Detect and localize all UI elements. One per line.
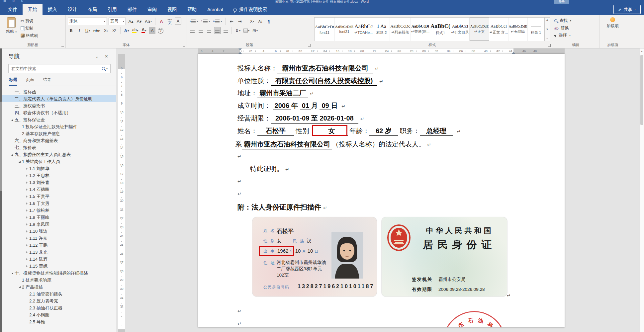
- expand-triangle-icon[interactable]: [24, 258, 29, 261]
- clipboard-dialog-launcher[interactable]: [61, 44, 64, 47]
- expand-triangle-icon[interactable]: [24, 265, 29, 268]
- nav-heading-item[interactable]: 1.11 许光: [2, 235, 116, 242]
- left-scrollbar[interactable]: [0, 48, 2, 332]
- tab-布局[interactable]: 布局: [82, 4, 102, 15]
- nav-heading-item[interactable]: 五、投标保证金: [2, 116, 116, 123]
- expand-triangle-icon[interactable]: [24, 167, 29, 170]
- first-line-indent-marker[interactable]: [238, 48, 242, 50]
- expand-triangle-icon[interactable]: [24, 251, 29, 254]
- cut-button[interactable]: ✂剪切: [21, 18, 38, 24]
- representative-line[interactable]: 系霸州市亚杰石油科技有限公司（投标人名称）的法定代表人。↵: [235, 140, 431, 149]
- paragraph-dialog-launcher[interactable]: [308, 44, 311, 47]
- style-引文目录[interactable]: AaBbCcI↵引文目录: [451, 18, 470, 41]
- nav-heading-item[interactable]: 1.4 石德民: [2, 186, 116, 193]
- shading-button[interactable]: ▾: [243, 27, 250, 34]
- certify-line[interactable]: 特此证明。↵: [250, 164, 289, 173]
- established-line[interactable]: 成立时间： 2006年 01月 09日 ↵: [237, 101, 345, 110]
- nav-tab-标题[interactable]: 标题: [9, 77, 17, 86]
- expand-triangle-icon[interactable]: [24, 244, 29, 247]
- id-card-back-image[interactable]: 中华人民共和国 居民身份证 签发机关霸州市公安局 有效期限2006.09.28-…: [382, 217, 507, 296]
- nav-heading-item[interactable]: 1.1 刘振华: [2, 165, 116, 172]
- nav-pane-close-icon[interactable]: ✕: [102, 54, 111, 59]
- nav-heading-item[interactable]: 1.8 王丽峰: [2, 214, 116, 221]
- style-正文含[interactable]: AaBbCcI↵正文 含...: [489, 18, 508, 41]
- font-size-combo[interactable]: 五号▾: [109, 18, 126, 25]
- borders-button[interactable]: ⊞▾: [252, 27, 258, 34]
- decrease-indent-button[interactable]: ⇤: [228, 18, 235, 25]
- align-left-button[interactable]: [189, 27, 196, 34]
- style-font11[interactable]: AaBbCcDtfont11: [315, 18, 335, 41]
- enclose-characters-button[interactable]: 字: [158, 28, 163, 34]
- tab-视图[interactable]: 视图: [162, 4, 182, 15]
- tab-file[interactable]: 文件: [3, 4, 23, 15]
- tab-引用[interactable]: 引用: [102, 4, 122, 15]
- style-列表段落[interactable]: AaBbCcDc↵列表段落: [390, 18, 411, 41]
- style-font21[interactable]: AaBbCcDdEfont21: [335, 18, 354, 41]
- font-dialog-launcher[interactable]: [183, 44, 185, 47]
- bidder-name-line[interactable]: 投标人名称：霸州市亚杰石油科技有限公司↵: [237, 64, 379, 73]
- empty-line[interactable]: ↵: [237, 152, 241, 160]
- change-case-button[interactable]: Aa▾: [144, 18, 152, 25]
- show-hide-marks-button[interactable]: ¶: [265, 18, 272, 25]
- nav-heading-item[interactable]: 2 产品描述: [2, 284, 116, 290]
- collapse-triangle-icon[interactable]: [17, 161, 22, 163]
- tell-me-search[interactable]: 操作说明搜索: [229, 4, 272, 15]
- collapse-triangle-icon[interactable]: [17, 286, 22, 288]
- phonetic-guide-button[interactable]: wén文: [166, 18, 173, 25]
- expand-triangle-icon[interactable]: [24, 223, 29, 226]
- bold-button[interactable]: B: [68, 27, 74, 34]
- nav-heading-item[interactable]: 四、联合体协议书（不适用）: [2, 109, 116, 116]
- nav-heading-item[interactable]: 1.9 李凤国: [2, 221, 116, 228]
- nav-search-box[interactable]: ▾: [8, 64, 111, 73]
- nav-heading-item[interactable]: 1.3 刘长青: [2, 179, 116, 186]
- shrink-font-button[interactable]: A▾: [136, 18, 142, 25]
- attachment-heading[interactable]: 附：法人身份证原件扫描件↵: [237, 203, 327, 212]
- distribute-button[interactable]: [222, 27, 229, 34]
- id-card-front-image[interactable]: 姓 名 石松平 性 别 女 民 族 汉 出 生 1962 年 10 月 10 日…: [252, 217, 377, 296]
- nav-heading-item[interactable]: 2.1 油管变扣接头: [2, 290, 116, 297]
- highlight-color-button[interactable]: ab: [132, 28, 137, 33]
- strikethrough-button[interactable]: abc: [93, 27, 101, 34]
- expand-triangle-icon[interactable]: [24, 174, 29, 177]
- align-center-button[interactable]: [197, 27, 204, 34]
- nav-heading-item[interactable]: 2 基本存款账户信息: [2, 130, 116, 137]
- vertical-scrollbar[interactable]: ▲: [639, 48, 644, 332]
- expand-triangle-icon[interactable]: [24, 237, 29, 240]
- replace-button[interactable]: ab替换: [554, 25, 597, 32]
- nav-heading-item[interactable]: 1 关键岗位工作人员: [2, 158, 116, 165]
- address-line[interactable]: 地址：霸州市采油二厂↵: [237, 89, 314, 98]
- grow-font-button[interactable]: A▴: [128, 18, 134, 25]
- login-button[interactable]: 登录: [554, 0, 569, 4]
- term-line[interactable]: 经营期限：2006-01-09 至 2026-01-08↵: [237, 114, 364, 124]
- nav-heading-item[interactable]: 1 技术要求响应: [2, 277, 116, 284]
- empty-line[interactable]: ↵: [237, 177, 241, 185]
- nav-heading-item[interactable]: 三、授权委托书: [2, 102, 116, 109]
- numbering-button[interactable]: 1▾: [200, 18, 211, 25]
- nav-heading-item[interactable]: 1.5 王贵平: [2, 193, 116, 200]
- style-正文[interactable]: AaBbCcDdE↵正文: [470, 18, 489, 41]
- sort-button[interactable]: A↓: [257, 18, 264, 25]
- document-page[interactable]: 投标人名称：霸州市亚杰石油科技有限公司↵ 单位性质：有限责任公司(自然人投资或控…: [198, 54, 565, 327]
- collapse-triangle-icon[interactable]: [10, 272, 15, 274]
- subscript-button[interactable]: X₂: [103, 27, 109, 34]
- nav-heading-item[interactable]: 七、报价表: [2, 144, 116, 151]
- expand-triangle-icon[interactable]: [24, 209, 29, 212]
- tab-邮件[interactable]: 邮件: [122, 4, 142, 15]
- nav-pane-options[interactable]: ⌄: [92, 54, 102, 59]
- nav-heading-item[interactable]: 六、商务和技术偏差表: [2, 137, 116, 144]
- expand-triangle-icon[interactable]: [24, 202, 29, 205]
- text-effects-button[interactable]: A▾: [123, 27, 130, 34]
- bullets-button[interactable]: •▾: [189, 18, 199, 25]
- nav-heading-item[interactable]: 十、投标货物技术性能指标的详细描述: [2, 270, 116, 277]
- align-right-button[interactable]: [206, 27, 212, 34]
- styles-dialog-launcher[interactable]: [548, 44, 551, 47]
- empty-line[interactable]: ↵: [237, 307, 241, 314]
- scrollbar-thumb[interactable]: [640, 55, 643, 125]
- tab-设计[interactable]: 设计: [62, 4, 82, 15]
- tab-帮助[interactable]: 帮助: [182, 4, 202, 15]
- character-border-button[interactable]: A: [175, 18, 181, 25]
- style-无间隔[interactable]: AaBbCcDdE↵无间隔: [508, 18, 528, 41]
- nav-heading-item[interactable]: 1.13 龙光: [2, 249, 116, 256]
- empty-line[interactable]: ↵: [237, 319, 241, 327]
- nav-heading-item[interactable]: 1.15 栗妮: [2, 263, 116, 270]
